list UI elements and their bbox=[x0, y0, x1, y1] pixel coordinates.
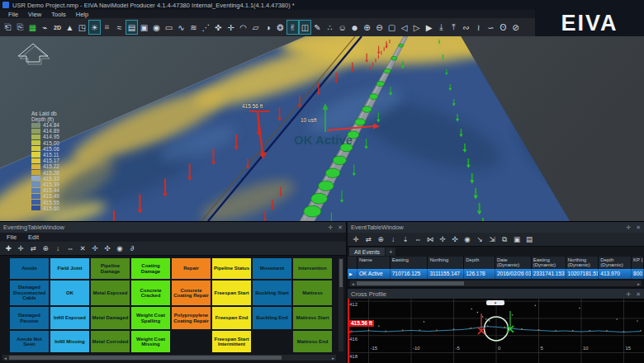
clear-events-icon[interactable]: ⊘ bbox=[509, 20, 522, 35]
scroll-left-icon[interactable]: ◂ bbox=[2, 356, 8, 361]
event-code-button-anode-not-seen[interactable]: Anode Not Seen bbox=[10, 331, 49, 352]
event-code-button-ok[interactable]: OK bbox=[50, 280, 89, 305]
event-code-button-metal-exposed[interactable]: Metal Exposed bbox=[91, 280, 130, 305]
add-point-icon[interactable]: ⊕ bbox=[361, 20, 373, 35]
profile-tool-icon[interactable]: ∿ bbox=[175, 20, 187, 35]
column-header-northing[interactable]: Northing bbox=[428, 257, 464, 269]
event-code-button-pipeline-damage[interactable]: Pipeline Damage bbox=[91, 258, 130, 279]
split-view-icon[interactable]: ◫ bbox=[299, 20, 311, 35]
event-code-button-repair[interactable]: Repair bbox=[172, 258, 211, 279]
event-code-button-metal-damaged[interactable]: Metal Damaged bbox=[91, 307, 130, 329]
image-overlay-icon[interactable]: ▣ bbox=[138, 20, 150, 35]
event-code-button-field-joint[interactable]: Field Joint bbox=[50, 258, 89, 279]
smiley-marker-icon[interactable]: ☺ bbox=[336, 20, 348, 35]
snapshot-camera-icon[interactable]: ◉ bbox=[150, 20, 163, 35]
event-code-button-buckling-end[interactable]: Buckling End bbox=[253, 307, 291, 329]
swap-events-icon[interactable]: ⇄ bbox=[28, 243, 38, 253]
event-code-button-weight-coat-missing[interactable]: Weight Coat Missing bbox=[131, 331, 170, 352]
profile-view-dropdown[interactable]: ▾ bbox=[486, 300, 504, 305]
event-code-button-movement[interactable]: Movement bbox=[253, 258, 291, 279]
polygon-tool-icon[interactable]: ▱ bbox=[249, 20, 262, 35]
event-code-button-damaged-disconnected-cable[interactable]: Damaged Disconnected Cable bbox=[10, 280, 49, 305]
snap-event-icon[interactable]: ✢ bbox=[438, 234, 447, 244]
pin-icon[interactable]: ✛ bbox=[626, 291, 631, 298]
lower-event-icon[interactable]: ↓ bbox=[53, 243, 63, 253]
add-tab-button[interactable]: + bbox=[386, 248, 395, 256]
column-header-marker[interactable] bbox=[348, 257, 358, 269]
event-code-button-mattress-end[interactable]: Mattress End bbox=[293, 331, 332, 352]
event-code-button-mattress-start[interactable]: Mattress Start bbox=[293, 307, 332, 329]
connect-datasource-icon[interactable]: ⌁ bbox=[39, 20, 51, 35]
event-code-button-mattress[interactable]: Mattress bbox=[293, 280, 332, 305]
column-header-date[interactable]: Date (Dynamic) bbox=[495, 257, 532, 269]
pin-icon[interactable]: ✛ bbox=[626, 224, 631, 231]
route-points-icon[interactable]: ⋰ bbox=[200, 20, 212, 35]
seabed-profile-icon[interactable]: ≋ bbox=[187, 20, 200, 35]
highlight-event-icon[interactable]: ◉ bbox=[462, 234, 472, 244]
save-project-icon[interactable]: ▦ bbox=[26, 20, 39, 35]
menu-tools[interactable]: Tools bbox=[46, 11, 71, 18]
smiley-marker-alt-icon[interactable]: ☻ bbox=[348, 20, 361, 35]
contours-icon[interactable]: ≈ bbox=[113, 20, 125, 35]
event-code-button-concrete-coating-repair[interactable]: Concrete Coating Repair bbox=[172, 280, 211, 305]
tab-all-events[interactable]: All Events bbox=[349, 248, 385, 256]
snap-event-icon[interactable]: ✢ bbox=[90, 243, 100, 253]
color-palette-icon[interactable]: ❂ bbox=[274, 20, 286, 35]
event-code-button-coating-damage[interactable]: Coating Damage bbox=[131, 258, 170, 279]
link-event-icon[interactable]: ∂ bbox=[127, 243, 137, 253]
close-icon[interactable]: ✕ bbox=[636, 291, 641, 298]
north-arrow-icon[interactable]: ▲ bbox=[64, 20, 76, 35]
split-event-icon[interactable]: ⋈ bbox=[425, 234, 435, 244]
remove-point-icon[interactable]: ⊖ bbox=[373, 20, 386, 35]
export-report-icon[interactable]: ▤ bbox=[524, 234, 534, 244]
curve-tool-icon[interactable]: ◠ bbox=[237, 20, 249, 35]
column-header-depth[interactable]: Depth (Dynamic) bbox=[599, 257, 632, 269]
event-table-selected-row[interactable]: ▶OK Active710716.1253111155.147126.17820… bbox=[348, 269, 644, 279]
eventing-vertical-scrollbar[interactable] bbox=[339, 258, 343, 351]
move-up-icon[interactable]: ⤒ bbox=[447, 20, 460, 35]
snap-event-alt-icon[interactable]: ✣ bbox=[102, 243, 112, 253]
column-header-easting[interactable]: Easting bbox=[391, 257, 429, 269]
event-code-button-freespan-start[interactable]: Freespan Start bbox=[212, 280, 251, 305]
eventing-tool-3-icon[interactable]: ∽ bbox=[485, 20, 497, 35]
seabed-scene[interactable]: 415.56 ft10 usftOK Active bbox=[0, 36, 644, 221]
edit-brush-icon[interactable]: ✎ bbox=[311, 20, 324, 35]
column-header-name[interactable]: Name bbox=[358, 257, 391, 269]
waypoint-pin-icon[interactable]: ✜ bbox=[212, 20, 225, 35]
event-code-button-infill-missing[interactable]: Infill Missing bbox=[50, 331, 89, 352]
close-icon[interactable]: ✕ bbox=[338, 224, 343, 231]
spiral-tool-icon[interactable]: ʘ bbox=[497, 20, 509, 35]
column-header-kp ([interactable]: KP ( bbox=[632, 257, 644, 269]
event-code-button-damaged-passive[interactable]: Damaged Passive bbox=[10, 307, 49, 329]
lower-event-icon[interactable]: ↓ bbox=[388, 234, 398, 244]
move-event-icon[interactable]: ✛ bbox=[16, 243, 26, 253]
eventing-menu-file[interactable]: File bbox=[7, 233, 17, 241]
export-events-icon[interactable]: ↘ bbox=[475, 234, 485, 244]
event-code-button-pipeline-status[interactable]: Pipeline Status bbox=[212, 258, 251, 279]
scroll-left-icon[interactable]: ◂ bbox=[350, 281, 356, 286]
copy-table-icon[interactable]: ⧉ bbox=[500, 234, 509, 244]
scroll-right-icon[interactable]: ▸ bbox=[636, 281, 642, 286]
add-pin-icon[interactable]: ✛ bbox=[225, 20, 237, 35]
grid-icon[interactable]: ⌗ bbox=[101, 20, 113, 35]
scroll-right-icon[interactable]: ▸ bbox=[330, 356, 336, 361]
open-project-icon[interactable]: ⎘ bbox=[14, 20, 26, 35]
new-project-icon[interactable]: ⎗ bbox=[2, 20, 14, 35]
step-forward-icon[interactable]: ▷ bbox=[410, 20, 423, 35]
event-code-button-polypropylene-coating-repair[interactable]: Polypropylene Coating Repair bbox=[172, 307, 211, 329]
eventing-menu-edit[interactable]: Edit bbox=[28, 233, 39, 241]
point-cloud-icon[interactable]: ∴ bbox=[324, 20, 336, 35]
event-code-button-infill-exposed[interactable]: Infill Exposed bbox=[50, 307, 89, 329]
eventing-tool-2-icon[interactable]: ≀ bbox=[472, 20, 485, 35]
swap-events-icon[interactable]: ⇄ bbox=[363, 234, 373, 244]
event-code-button-freespan-end[interactable]: Freespan End bbox=[212, 307, 251, 329]
view-cube-icon[interactable]: ◳ bbox=[76, 20, 88, 35]
column-header-depth[interactable]: Depth bbox=[464, 257, 495, 269]
menu-file[interactable]: File bbox=[3, 11, 23, 18]
delete-event-icon[interactable]: ✕ bbox=[78, 243, 88, 253]
span-event-icon[interactable]: ⇔ bbox=[413, 234, 423, 244]
move-down-icon[interactable]: ⤓ bbox=[435, 20, 447, 35]
column-header-northing[interactable]: Northing (Dynamic) bbox=[566, 257, 599, 269]
event-code-button-intervention[interactable]: Intervention bbox=[293, 258, 332, 279]
play-icon[interactable]: ▶ bbox=[423, 20, 435, 35]
